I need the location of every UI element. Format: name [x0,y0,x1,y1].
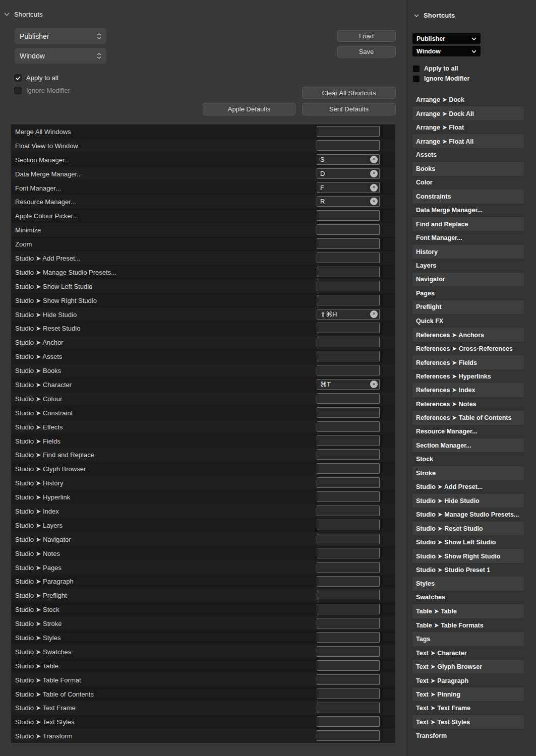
command-list-item[interactable]: Resource Manager... [412,425,524,438]
shortcut-input[interactable] [317,281,380,291]
shortcut-input[interactable] [317,365,380,375]
shortcut-input[interactable] [317,477,380,488]
command-list-item[interactable]: References ➤ Cross-References [412,342,524,355]
shortcut-input[interactable] [317,421,380,432]
command-list-item[interactable]: Pages [412,286,524,300]
category-select[interactable]: Window [412,46,481,56]
category-select[interactable]: Window [15,48,106,64]
shortcut-input[interactable] [317,646,380,657]
shortcut-input[interactable] [317,618,380,628]
clear-shortcut-icon[interactable]: ✕ [370,184,378,192]
command-list-item[interactable]: Books [412,162,524,175]
apply-to-all-checkbox[interactable]: Apply to all [14,74,58,82]
command-list-item[interactable]: History [412,245,524,259]
shortcut-input[interactable] [317,506,380,516]
chevron-down-icon[interactable] [4,13,10,16]
command-list-item[interactable]: Font Manager... [412,231,524,244]
shortcut-input[interactable] [317,463,380,474]
command-list-item[interactable]: References ➤ Table of Contents [412,411,524,424]
command-list-item[interactable]: References ➤ Fields [412,355,524,369]
apple-defaults-button[interactable]: Apple Defaults [203,103,295,115]
shortcut-input[interactable] [317,548,380,558]
apply-to-all-checkbox[interactable]: Apply to all [413,65,458,72]
shortcut-input[interactable] [317,267,380,277]
shortcut-input[interactable] [317,674,380,685]
shortcut-input[interactable] [317,140,380,151]
shortcut-input[interactable] [317,435,380,446]
command-list-item[interactable]: Text ➤ Paragraph [412,673,524,687]
command-list-item[interactable]: Section Manager... [412,438,524,452]
shortcut-input[interactable] [317,449,380,460]
shortcut-input[interactable]: S✕ [317,154,380,165]
shortcut-input[interactable] [317,393,380,404]
command-list-item[interactable]: Preflight [412,300,524,314]
command-list-item[interactable]: Transform [412,729,524,742]
command-list-item[interactable]: Studio ➤ Show Left Studio [412,535,524,549]
command-list-item[interactable]: Arrange ➤ Float All [412,134,524,148]
command-list-item[interactable]: References ➤ Hyperlinks [412,369,524,383]
preset-select[interactable]: Publisher [15,28,106,44]
shortcut-input[interactable] [317,730,380,741]
command-list-item[interactable]: Text ➤ Character [412,646,524,660]
command-list-item[interactable]: Quick FX [412,314,524,328]
command-list-item[interactable]: Arrange ➤ Dock [412,93,524,106]
load-button[interactable]: Load [337,30,396,42]
command-list-item[interactable]: Table ➤ Table Formats [412,618,524,632]
shortcut-input[interactable] [317,126,380,137]
shortcut-input[interactable]: F✕ [317,182,380,193]
serif-defaults-button[interactable]: Serif Defaults [302,103,396,115]
command-list-item[interactable]: Studio ➤ Add Preset... [412,480,524,493]
command-list-item[interactable]: Arrange ➤ Float [412,120,524,134]
shortcut-input[interactable] [317,688,380,699]
command-list-item[interactable]: Navigator [412,273,524,286]
clear-shortcut-icon[interactable]: ✕ [370,381,378,388]
shortcut-input[interactable] [317,660,380,671]
save-button[interactable]: Save [337,46,396,57]
shortcut-input[interactable] [317,337,380,347]
shortcut-input[interactable] [317,562,380,573]
shortcut-input[interactable] [317,210,380,221]
shortcut-input[interactable]: ⇧⌘H✕ [317,309,380,320]
shortcut-input[interactable] [317,703,380,713]
clear-shortcut-icon[interactable]: ✕ [370,170,378,177]
command-list-item[interactable]: Constraints [412,190,524,203]
command-list-item[interactable]: Text ➤ Text Frame [412,701,524,715]
shortcut-input[interactable] [317,632,380,643]
shortcut-input[interactable] [317,520,380,530]
shortcut-input[interactable] [317,351,380,361]
command-list-item[interactable]: Studio ➤ Reset Studio [412,522,524,535]
shortcut-input[interactable] [317,491,380,502]
ignore-modifier-checkbox[interactable]: Ignore Modifier [413,75,469,82]
command-list-item[interactable]: References ➤ Index [412,383,524,397]
shortcut-input[interactable] [317,576,380,587]
command-list-item[interactable]: Layers [412,259,524,272]
clear-shortcut-icon[interactable]: ✕ [370,310,378,318]
command-list-item[interactable]: Text ➤ Text Styles [412,715,524,729]
command-list-item[interactable]: Text ➤ Pinning [412,687,524,701]
command-list-item[interactable]: Stock [412,452,524,466]
shortcut-input[interactable] [317,224,380,235]
shortcut-input[interactable] [317,295,380,305]
command-list-item[interactable]: Data Merge Manager... [412,204,524,217]
shortcut-input[interactable]: R✕ [317,196,380,207]
shortcut-input[interactable] [317,716,380,727]
chevron-down-icon[interactable] [414,14,419,17]
shortcut-input[interactable] [317,590,380,600]
clear-shortcut-icon[interactable]: ✕ [370,198,378,205]
shortcut-input[interactable]: ⌘T✕ [317,379,380,390]
command-list-item[interactable]: Color [412,176,524,190]
shortcut-input[interactable]: D✕ [317,168,380,179]
command-list-item[interactable]: Studio ➤ Show Right Studio [412,549,524,562]
command-list-item[interactable]: Arrange ➤ Dock All [412,106,524,120]
command-list-item[interactable]: Swatches [412,591,524,604]
clear-shortcut-icon[interactable]: ✕ [370,156,378,163]
clear-all-shortcuts-button[interactable]: Clear All Shortcuts [302,87,396,99]
command-list-item[interactable]: Text ➤ Glyph Browser [412,660,524,673]
command-list-item[interactable]: Tags [412,632,524,646]
command-list-item[interactable]: Find and Replace [412,217,524,231]
shortcut-input[interactable] [317,604,380,614]
command-list-item[interactable]: Studio ➤ Studio Preset 1 [412,563,524,577]
shortcut-input[interactable] [317,238,380,249]
command-list-item[interactable]: Table ➤ Table [412,604,524,618]
shortcut-input[interactable] [317,534,380,544]
